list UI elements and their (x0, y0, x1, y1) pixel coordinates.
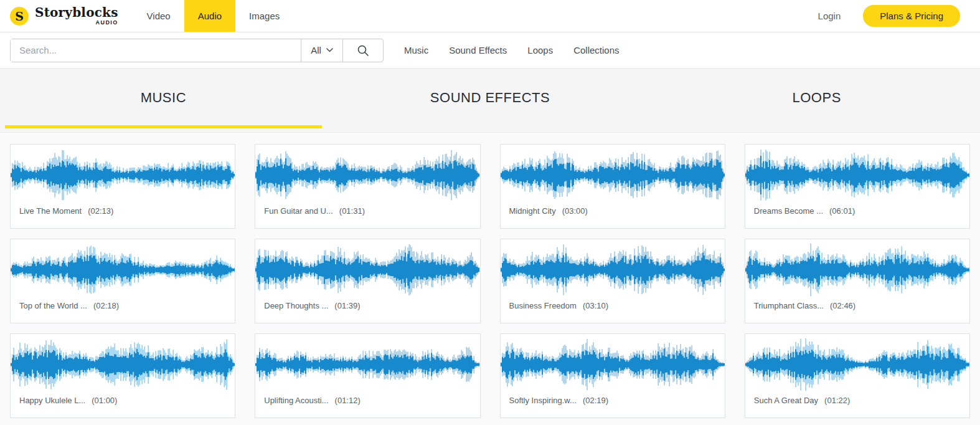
track-title-row: Happy Ukulele L...(01:00) (11, 394, 235, 405)
login-link[interactable]: Login (818, 11, 841, 21)
track-card[interactable]: Dreams Become ...(06:01) (745, 144, 970, 229)
plans-pricing-button[interactable]: Plans & Pricing (863, 5, 960, 27)
waveform-image (11, 241, 235, 299)
track-card[interactable]: Fun Guitar and U...(01:31) (255, 144, 480, 229)
search-button[interactable] (343, 39, 383, 62)
subnav-item-sound-effects[interactable]: Sound Effects (449, 45, 507, 55)
track-name: Happy Ukulele L... (19, 396, 85, 405)
track-name: Triumphant Class... (754, 301, 824, 310)
waveform-image (501, 146, 725, 204)
track-duration: (02:46) (830, 301, 855, 310)
nav-item-images[interactable]: Images (235, 0, 293, 32)
tab-sound-effects[interactable]: SOUND EFFECTS (327, 69, 654, 132)
storyblocks-logo-icon: S (10, 7, 29, 26)
waveform-image (745, 335, 969, 394)
track-name: Dreams Become ... (754, 206, 823, 216)
waveform-image (255, 146, 479, 204)
track-title-row: Midnight City(03:00) (501, 204, 725, 216)
track-card[interactable]: Triumphant Class...(02:46) (745, 239, 970, 323)
brand-name: Storyblocks (35, 6, 118, 19)
track-card[interactable]: Such A Great Day(01:22) (745, 333, 970, 418)
search-icon (357, 44, 369, 57)
search-filter-dropdown[interactable]: All (301, 39, 342, 62)
track-card[interactable]: Happy Ukulele L...(01:00) (10, 333, 235, 418)
tab-music[interactable]: MUSIC (0, 69, 327, 132)
tab-sound-effects-label: SOUND EFFECTS (430, 90, 550, 106)
track-title-row: Dreams Become ...(06:01) (745, 204, 969, 216)
subnav-item-music[interactable]: Music (404, 45, 428, 55)
track-title-row: Deep Thoughts ...(01:39) (255, 299, 479, 310)
track-card[interactable]: Softly Inspiring.w...(02:19) (500, 333, 725, 418)
nav-item-audio[interactable]: Audio (184, 0, 235, 32)
track-duration: (01:39) (334, 301, 360, 310)
search-box: All (10, 39, 384, 62)
tab-music-label: MUSIC (141, 90, 186, 106)
track-card[interactable]: Top of the World ...(02:18) (10, 239, 235, 323)
track-name: Top of the World ... (19, 301, 87, 310)
track-duration: (02:18) (93, 301, 119, 310)
waveform-image (11, 335, 235, 394)
search-input[interactable] (11, 39, 301, 62)
track-duration: (01:31) (339, 206, 365, 216)
track-duration: (03:10) (583, 301, 608, 310)
waveform-image (745, 241, 969, 299)
track-grid: Live The Moment(02:13)Fun Guitar and U..… (0, 133, 980, 425)
brand-text: Storyblocks AUDIO (35, 6, 118, 26)
filter-value: All (311, 45, 321, 55)
track-duration: (03:00) (562, 206, 588, 216)
waveform-image (11, 146, 235, 204)
content-tabs: MUSIC SOUND EFFECTS LOOPS (0, 69, 980, 133)
track-card[interactable]: Live The Moment(02:13) (10, 144, 235, 229)
track-duration: (06:01) (829, 206, 855, 216)
top-nav: Video Audio Images (133, 0, 294, 32)
header-right: Login Plans & Pricing (818, 0, 980, 32)
track-name: Such A Great Day (754, 396, 818, 405)
header: S Storyblocks AUDIO Video Audio Images L… (0, 0, 980, 32)
waveform-image (255, 335, 479, 394)
track-name: Deep Thoughts ... (264, 301, 328, 310)
search-row: All Music Sound Effects Loops Collection… (0, 32, 980, 69)
waveform-image (501, 335, 725, 394)
track-duration: (02:13) (88, 206, 113, 216)
track-title-row: Fun Guitar and U...(01:31) (255, 204, 479, 216)
track-name: Midnight City (509, 206, 556, 216)
subnav-item-loops[interactable]: Loops (527, 45, 553, 55)
track-title-row: Such A Great Day(01:22) (745, 394, 969, 405)
track-title-row: Uplifting Acousti...(01:12) (255, 394, 479, 405)
track-title-row: Top of the World ...(02:18) (11, 299, 235, 310)
category-nav: Music Sound Effects Loops Collections (404, 45, 620, 55)
tab-loops[interactable]: LOOPS (653, 69, 980, 132)
track-name: Fun Guitar and U... (264, 206, 333, 216)
tab-loops-label: LOOPS (793, 90, 841, 106)
track-duration: (01:22) (824, 396, 850, 405)
track-duration: (02:19) (583, 396, 608, 405)
subnav-item-collections[interactable]: Collections (573, 45, 619, 55)
track-card[interactable]: Business Freedom(03:10) (500, 239, 725, 323)
track-name: Softly Inspiring.w... (509, 396, 577, 405)
track-duration: (01:00) (92, 396, 117, 405)
track-card[interactable]: Midnight City(03:00) (500, 144, 725, 229)
track-duration: (01:12) (335, 396, 360, 405)
track-name: Uplifting Acousti... (264, 396, 328, 405)
waveform-image (745, 146, 969, 204)
track-title-row: Business Freedom(03:10) (501, 299, 725, 310)
track-title-row: Softly Inspiring.w...(02:19) (501, 394, 725, 405)
nav-item-video[interactable]: Video (133, 0, 184, 32)
brand-subtitle: AUDIO (96, 20, 118, 26)
track-card[interactable]: Uplifting Acousti...(01:12) (255, 333, 480, 418)
storyblocks-logo[interactable]: S Storyblocks AUDIO (0, 0, 118, 32)
waveform-image (501, 241, 725, 299)
chevron-down-icon (326, 48, 333, 52)
waveform-image (255, 241, 479, 299)
track-card[interactable]: Deep Thoughts ...(01:39) (255, 239, 480, 323)
track-title-row: Triumphant Class...(02:46) (745, 299, 969, 310)
track-title-row: Live The Moment(02:13) (11, 204, 235, 216)
track-name: Live The Moment (19, 206, 82, 216)
track-name: Business Freedom (509, 301, 577, 310)
